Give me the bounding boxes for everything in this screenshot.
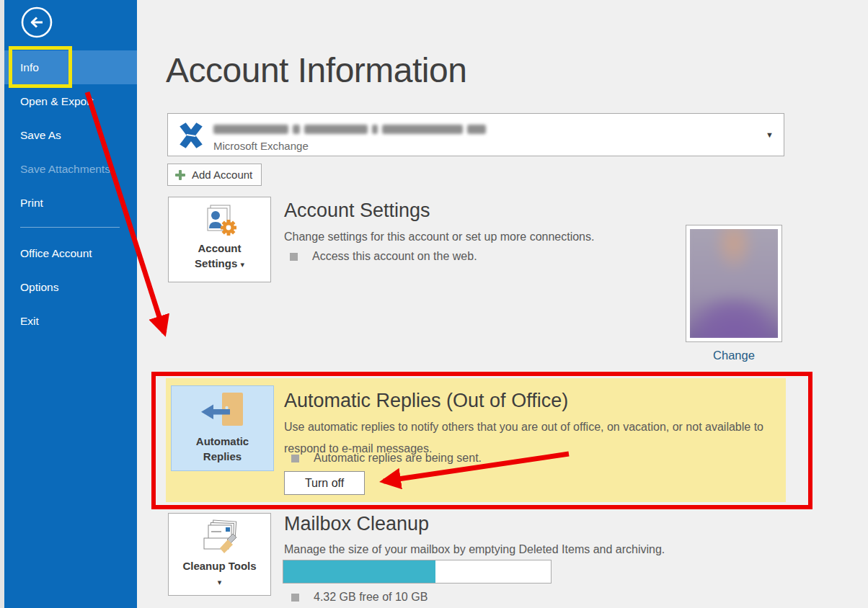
- automatic-replies-status-text: Automatic replies are being sent.: [314, 452, 482, 465]
- exchange-logo-icon: [176, 120, 206, 151]
- account-settings-heading: Account Settings: [284, 200, 430, 222]
- mailbox-storage-text: 4.32 GB free of 10 GB: [314, 591, 428, 604]
- page-title: Account Information: [166, 50, 466, 90]
- back-button[interactable]: [20, 6, 53, 39]
- square-bullet-icon: [290, 253, 298, 261]
- automatic-replies-heading: Automatic Replies (Out of Office): [284, 390, 568, 412]
- mailbox-cleanup-heading: Mailbox Cleanup: [284, 513, 429, 535]
- add-account-label: Add Account: [192, 169, 252, 181]
- sidebar-item-save-attachments: Save Attachments: [4, 152, 137, 186]
- plus-icon: [174, 169, 186, 181]
- sidebar-item-office-account[interactable]: Office Account: [4, 236, 137, 270]
- backstage-sidebar: Info Open & Export Save As Save Attachme…: [4, 0, 137, 608]
- mailbox-usage-bar: [283, 560, 552, 584]
- sidebar-item-options[interactable]: Options: [4, 270, 137, 304]
- account-settings-tile-label: Account Settings: [195, 242, 241, 269]
- sidebar-item-print[interactable]: Print: [4, 186, 137, 220]
- redacted-profile-photo: [690, 229, 778, 338]
- account-settings-description: Change settings for this account or set …: [284, 228, 731, 245]
- chevron-down-icon: ▼: [766, 130, 774, 139]
- sidebar-divider: [20, 227, 120, 228]
- add-account-button[interactable]: Add Account: [167, 164, 262, 186]
- sidebar-item-exit[interactable]: Exit: [4, 304, 137, 338]
- backstage-nav: Info Open & Export Save As Save Attachme…: [4, 50, 137, 338]
- back-arrow-icon: [20, 6, 53, 39]
- out-of-office-door-icon: [200, 392, 246, 432]
- cleanup-tools-tile-button[interactable]: Cleanup Tools ▾: [168, 513, 271, 596]
- account-settings-icon: [200, 203, 240, 239]
- square-bullet-icon: [291, 594, 299, 602]
- outlook-backstage-info-page: Info Open & Export Save As Save Attachme…: [0, 0, 868, 608]
- automatic-replies-tile-label: Automatic Replies: [185, 434, 260, 464]
- turn-off-button[interactable]: Turn off: [284, 471, 365, 495]
- sidebar-item-open-export[interactable]: Open & Export: [4, 84, 137, 118]
- sidebar-item-save-as[interactable]: Save As: [4, 118, 137, 152]
- account-provider-label: Microsoft Exchange: [213, 140, 309, 152]
- automatic-replies-tile-button[interactable]: Automatic Replies: [171, 385, 274, 471]
- mailbox-usage-fill: [283, 560, 435, 583]
- chevron-down-icon: ▾: [240, 260, 244, 269]
- mailbox-cleanup-icon: [198, 519, 242, 557]
- change-photo-link[interactable]: Change: [686, 349, 782, 362]
- mailbox-cleanup-description: Manage the size of your mailbox by empty…: [284, 541, 731, 558]
- profile-photo: [686, 225, 782, 342]
- sidebar-item-info[interactable]: Info: [4, 50, 137, 84]
- account-settings-bullet-text: Access this account on the web.: [312, 250, 477, 263]
- account-settings-tile-button[interactable]: Account Settings ▾: [168, 197, 271, 282]
- redacted-email-address: [213, 125, 486, 135]
- cleanup-tools-tile-label: Cleanup Tools: [182, 560, 256, 572]
- chevron-down-icon: ▾: [218, 578, 222, 586]
- account-selector-dropdown[interactable]: Microsoft Exchange ▼: [167, 113, 784, 156]
- square-bullet-icon: [291, 455, 299, 462]
